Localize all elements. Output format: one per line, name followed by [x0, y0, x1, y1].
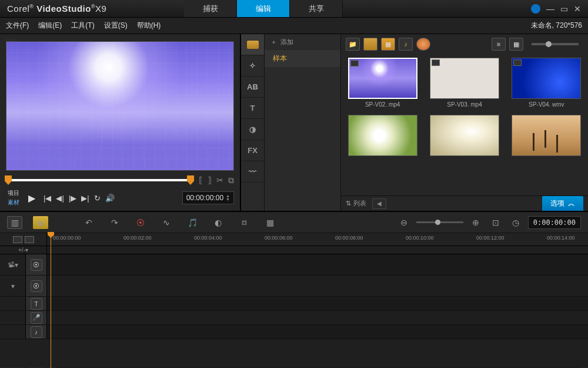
track-toggle[interactable]: ▾	[0, 276, 26, 296]
tab-capture[interactable]: 捕获	[184, 0, 237, 17]
storyboard-view-button[interactable]: ▥	[7, 216, 22, 229]
options-button[interactable]: 选项 ︽	[542, 196, 583, 211]
go-start-button[interactable]: |◀	[44, 194, 51, 203]
track-lane[interactable]	[47, 297, 588, 310]
timecode-spinner[interactable]: ▲▼	[226, 194, 230, 201]
nav-prev-button[interactable]: ◀	[372, 198, 386, 209]
multi-cam-button[interactable]: ▦	[262, 216, 278, 229]
tab-share[interactable]: 共享	[290, 0, 343, 17]
title-track-icon[interactable]: T	[31, 298, 42, 310]
preview-mode-toggle[interactable]: 项目 素材	[6, 188, 21, 207]
overlay-track-icon[interactable]: ⦿	[31, 280, 42, 292]
mode-tabs: 捕获 编辑 共享	[184, 0, 343, 17]
filter-video-button[interactable]	[363, 38, 377, 51]
repeat-button[interactable]: ↻	[94, 194, 101, 203]
trim-track[interactable]	[6, 179, 193, 181]
redo-button[interactable]: ↷	[107, 216, 122, 229]
maximize-button[interactable]: ▭	[560, 4, 568, 14]
clip-item[interactable]	[511, 115, 582, 158]
playhead[interactable]	[51, 233, 51, 368]
volume-button[interactable]: 🔊	[105, 194, 115, 203]
libtab-path[interactable]: 〰	[241, 161, 264, 183]
menu-tools[interactable]: 工具(T)	[71, 21, 94, 31]
menu-settings[interactable]: 设置(S)	[104, 21, 128, 31]
mark-out-icon[interactable]: ⟧	[208, 175, 212, 185]
snapshot-icon[interactable]: ⧉	[228, 175, 234, 185]
timeline-view-button[interactable]: ≣	[33, 216, 48, 229]
timeline-add-row: +/-▾	[0, 246, 588, 254]
video-badge-icon	[350, 60, 359, 67]
timeline-ruler-row: 00:00:00:00 00:00:02:00 00:00:04:00 00:0…	[0, 233, 588, 246]
community-icon[interactable]	[531, 4, 540, 14]
add-marker-button[interactable]: +/-▾	[0, 246, 47, 254]
cut-icon[interactable]: ✂	[216, 175, 223, 185]
track-lane[interactable]	[47, 311, 588, 324]
filter-photo-button[interactable]: ▦	[381, 38, 395, 51]
chevron-up-icon: ︽	[568, 198, 575, 208]
track-lane[interactable]	[47, 325, 588, 339]
libtab-media[interactable]	[241, 34, 264, 55]
track-lane[interactable]	[47, 254, 588, 275]
filter-disc-button[interactable]	[416, 38, 430, 51]
tab-edit[interactable]: 编辑	[237, 0, 290, 17]
voice-track-icon[interactable]: 🎤	[31, 312, 42, 324]
record-button[interactable]: ⦿	[133, 216, 148, 229]
preview-screen[interactable]	[6, 41, 234, 171]
track-toggle[interactable]: 📽▾	[0, 254, 26, 275]
zoom-slider[interactable]	[416, 221, 463, 223]
clip-item[interactable]: SP-V03. mp4	[429, 58, 500, 108]
menu-help[interactable]: 帮助(H)	[137, 21, 161, 31]
add-folder-button[interactable]: ＋ 添加	[265, 34, 340, 50]
timeline-ruler[interactable]: 00:00:00:00 00:00:02:00 00:00:04:00 00:0…	[47, 233, 588, 246]
thumb-view-button[interactable]: ▦	[509, 38, 523, 51]
libtab-title[interactable]: T	[241, 98, 264, 119]
close-button[interactable]: ✕	[574, 4, 581, 14]
mark-in-handle[interactable]	[5, 175, 12, 185]
libtab-instantproject[interactable]: ✧	[241, 55, 264, 77]
clip-item[interactable]: SP-V04. wmv	[511, 58, 582, 108]
prev-frame-button[interactable]: ◀|	[56, 194, 64, 203]
track-toggle[interactable]	[0, 297, 26, 310]
thumb-zoom-slider[interactable]	[532, 43, 579, 45]
library-folder-sample[interactable]: 样本	[265, 50, 340, 67]
zoom-out-button[interactable]: ⊖	[396, 216, 412, 229]
auto-music-button[interactable]: 🎵	[185, 216, 200, 229]
track-toggle[interactable]	[0, 325, 26, 339]
libtab-graphic[interactable]: ◑	[241, 119, 264, 140]
overlay-track: ▾ ⦿	[0, 276, 588, 297]
track-lane[interactable]	[47, 276, 588, 296]
menu-edit[interactable]: 编辑(E)	[38, 21, 62, 31]
music-track-icon[interactable]: ♪	[31, 326, 42, 338]
filter-audio-button[interactable]: ♪	[399, 38, 413, 51]
libtab-filter[interactable]: FX	[241, 140, 264, 161]
libtab-transition[interactable]: AB	[241, 77, 264, 98]
browse-button[interactable]: 📁	[346, 38, 360, 51]
go-end-button[interactable]: ▶|	[81, 194, 89, 203]
mark-in-icon[interactable]: ⟦	[199, 175, 203, 185]
zoom-in-button[interactable]: ⊕	[468, 216, 483, 229]
timeline-tracks: 📽▾ ⦿ ▾ ⦿ T 🎤 ♪	[0, 254, 588, 367]
ruler-head[interactable]	[0, 233, 47, 246]
timeline-timecode[interactable]: 0:00:00:00	[528, 216, 581, 229]
menu-file[interactable]: 文件(F)	[6, 21, 29, 31]
fx-icon: FX	[248, 146, 258, 155]
mark-out-handle[interactable]	[187, 175, 194, 185]
list-view-button[interactable]: ≡	[492, 38, 506, 51]
play-button[interactable]: ▶	[25, 191, 39, 205]
fit-project-button[interactable]: ⊡	[488, 216, 503, 229]
preview-timecode[interactable]: 00:00:00:00 ▲▼	[182, 191, 234, 204]
clip-item[interactable]	[347, 115, 418, 158]
clip-item[interactable]	[429, 115, 500, 158]
undo-button[interactable]: ↶	[81, 216, 96, 229]
motion-track-button[interactable]: ◐	[211, 216, 226, 229]
project-duration-icon[interactable]: ◷	[508, 216, 523, 229]
video-track-icon[interactable]: ⦿	[31, 259, 42, 271]
next-frame-button[interactable]: |▶	[69, 194, 76, 203]
timeline-zoom: ⊖ ⊕ ⊡ ◷ 0:00:00:00	[396, 216, 581, 229]
clip-item[interactable]: SP-V02. mp4	[347, 58, 418, 108]
track-toggle[interactable]	[0, 311, 26, 324]
audio-mixer-button[interactable]: ∿	[159, 216, 174, 229]
sort-button[interactable]: ⇅ 列表	[346, 199, 366, 208]
subtitle-button[interactable]: ⧈	[236, 216, 252, 229]
minimize-button[interactable]: —	[546, 4, 554, 14]
